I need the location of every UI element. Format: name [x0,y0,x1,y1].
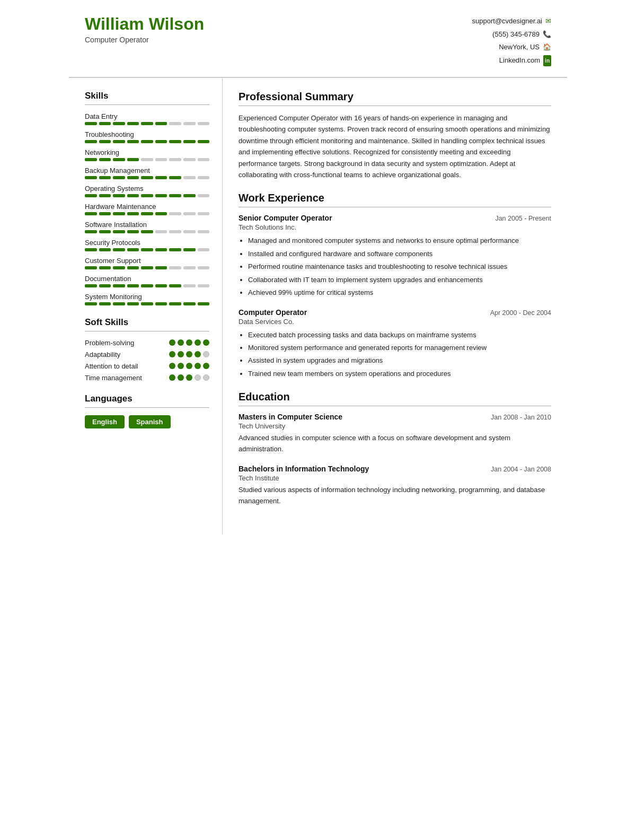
dot-filled [186,339,192,346]
summary-divider [238,106,551,106]
skill-item: Software Installation [85,221,209,233]
work-section: Work Experience Senior Computer Operator… [238,192,551,379]
bar-empty-seg [169,158,181,161]
language-tag: Spanish [129,415,171,428]
bar-empty-seg [198,266,210,269]
bar-empty-seg [183,230,196,233]
soft-skills-list: Problem-solvingAdaptabilityAttention to … [85,339,209,382]
bar-filled-seg [113,248,125,251]
bar-filled-seg [155,176,167,179]
bar-filled-seg [183,140,196,143]
bar-filled-seg [99,284,111,287]
work-title: Work Experience [238,192,551,204]
soft-skill-item: Adaptability [85,351,209,358]
education-divider [238,406,551,406]
bar-filled-seg [169,140,181,143]
skill-name: Backup Management [85,167,209,174]
skill-name: Hardware Maintenance [85,203,209,211]
job-header: Computer OperatorApr 2000 - Dec 2004 [238,308,551,317]
bar-filled-seg [127,212,139,215]
bar-filled-seg [99,158,111,161]
job-date: Jan 2005 - Present [495,215,551,222]
skill-bar [85,140,209,143]
skill-item: Networking [85,148,209,161]
dot-empty [203,374,209,381]
bar-filled-seg [169,284,181,287]
skill-bar [85,122,209,125]
languages-title: Languages [85,393,209,404]
dot-filled [178,339,184,346]
summary-title: Professional Summary [238,91,551,103]
bar-filled-seg [183,194,196,197]
edu-degree: Masters in Computer Science [238,413,342,421]
header-left: William Wilson Computer Operator [85,15,204,44]
education-title: Education [238,391,551,403]
dots-container [169,374,209,381]
bar-empty-seg [183,266,196,269]
bar-filled-seg [155,248,167,251]
skills-title: Skills [85,91,209,101]
bar-filled-seg [127,176,139,179]
dot-filled [203,339,209,346]
job-header: Senior Computer OperatorJan 2005 - Prese… [238,214,551,222]
soft-skill-item: Time management [85,374,209,382]
bar-filled-seg [155,302,167,305]
location-text: NewYork, US [499,41,540,54]
bar-empty-seg [198,230,210,233]
bar-filled-seg [127,122,139,125]
bar-filled-seg [169,176,181,179]
bar-filled-seg [141,140,153,143]
summary-text: Experienced Computer Operator with 16 ye… [238,112,551,181]
edu-description: Studied various aspects of information t… [238,485,551,507]
job-company: Data Services Co. [238,318,551,326]
summary-section: Professional Summary Experienced Compute… [238,91,551,181]
bar-filled-seg [169,248,181,251]
bar-filled-seg [169,194,181,197]
bar-filled-seg [99,176,111,179]
bar-empty-seg [183,158,196,161]
skill-bar [85,212,209,215]
email-text: support@cvdesigner.ai [472,15,542,28]
bar-filled-seg [127,140,139,143]
job-bullet: Assisted in system upgrades and migratio… [248,355,551,366]
bar-empty-seg [198,284,210,287]
dot-filled [195,363,201,369]
dot-filled [169,374,175,381]
skill-name: Software Installation [85,221,209,229]
dot-filled [195,339,201,346]
bar-filled-seg [99,194,111,197]
job-bullet: Trained new team members on system opera… [248,368,551,379]
bar-filled-seg [99,140,111,143]
job-bullet: Collaborated with IT team to implement s… [248,274,551,285]
bar-filled-seg [155,266,167,269]
skill-item: Security Protocols [85,239,209,251]
bar-empty-seg [169,122,181,125]
soft-skills-divider [85,331,209,331]
bar-empty-seg [155,230,167,233]
skill-name: Security Protocols [85,239,209,247]
dot-filled [169,363,175,369]
edu-description: Advanced studies in computer science wit… [238,433,551,455]
body: Skills Data EntryTroubleshootingNetworki… [69,78,567,535]
skill-name: Customer Support [85,257,209,265]
bar-filled-seg [85,158,97,161]
skill-name: Networking [85,148,209,156]
job-bullet: Installed and configured hardware and so… [248,248,551,259]
soft-skill-item: Attention to detail [85,362,209,370]
edu-header: Masters in Computer ScienceJan 2008 - Ja… [238,413,551,421]
education-item: Bachelors in Information TechnologyJan 2… [238,465,551,507]
work-divider [238,207,551,207]
languages-section: Languages EnglishSpanish [85,393,209,428]
bar-empty-seg [183,176,196,179]
sidebar: Skills Data EntryTroubleshootingNetworki… [69,78,223,535]
bar-filled-seg [127,230,139,233]
soft-skills-title: Soft Skills [85,317,209,328]
bar-filled-seg [85,194,97,197]
bar-filled-seg [141,212,153,215]
bar-empty-seg [198,176,210,179]
dot-filled [186,374,192,381]
header: William Wilson Computer Operator support… [69,0,567,78]
education-item: Masters in Computer ScienceJan 2008 - Ja… [238,413,551,455]
bar-filled-seg [155,122,167,125]
bar-filled-seg [113,212,125,215]
